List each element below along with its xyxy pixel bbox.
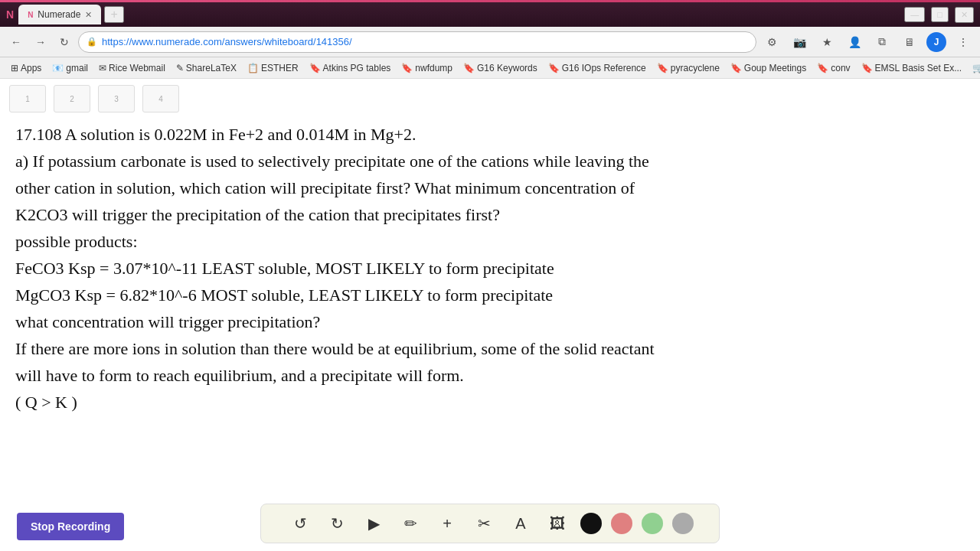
tab-area: N Numerade ✕ + [18,5,124,24]
content-line-6: FeCO3 Ksp = 3.07*10^-11 LEAST soluble, M… [15,256,965,281]
thumbnail-1[interactable]: 1 [9,85,46,112]
content-line-10: will have to form to reach equilibrium, … [15,363,965,388]
content-line-2: a) If potassium carbonate is used to sel… [15,148,965,174]
maximize-button[interactable]: □ [931,7,949,22]
nav-bar: ← → ↻ 🔒 https://www.numerade.com/answers… [0,27,980,57]
camera-button[interactable]: 📷 [789,31,810,53]
thumbnail-3[interactable]: 3 [98,85,135,112]
bookmark-gmail[interactable]: 📧 gmail [47,61,93,75]
address-bar[interactable]: 🔒 https://www.numerade.com/answers/white… [78,31,756,53]
select-tool-button[interactable]: ▶ [360,510,387,537]
bookmark-sharelatex[interactable]: ✎ ShareLaTeX [172,61,241,75]
profile-avatar[interactable]: J [926,32,946,52]
bookmark-emsl[interactable]: 🔖 EMSL Basis Set Ex... [857,61,967,75]
content-line-1: 17.108 A solution is 0.022M in Fe+2 and … [15,122,965,147]
content-line-5: possible products: [15,229,965,254]
bookmark-conv[interactable]: 🔖 conv [812,61,854,75]
bookmark-esther[interactable]: 📋 ESTHER [243,61,303,75]
new-tab-button[interactable]: + [104,6,123,23]
bookmark-amazon[interactable]: 🛒 Amazon [968,61,980,75]
monitor-button[interactable]: 🖥 [899,31,920,53]
refresh-button[interactable]: ↻ [55,33,74,51]
extensions-button[interactable]: ⚙ [761,31,782,53]
browser-logo: N [6,8,14,21]
bookmarks-bar: ⊞ Apps 📧 gmail ✉ Rice Webmail ✎ ShareLaT… [0,57,980,79]
undo-button[interactable]: ↺ [286,510,314,537]
bookmark-atkins[interactable]: 🔖 Atkins PG tables [305,61,396,75]
back-button[interactable]: ← [6,33,26,51]
eraser-button[interactable]: ✂ [470,510,498,537]
drawing-toolbar: ↺ ↻ ▶ ✏ + ✂ A 🖼 [260,504,720,543]
tab-close-button[interactable]: ✕ [85,10,92,20]
color-gray[interactable] [672,513,694,534]
content-line-3: other cation in solution, which cation w… [15,175,965,201]
content-line-11: ( Q > K ) [15,390,965,415]
bookmark-g16-keywords[interactable]: 🔖 G16 Keywords [459,61,542,75]
add-button[interactable]: + [433,510,461,537]
content-line-4: K2CO3 will trigger the precipitation of … [15,202,965,227]
content-line-9: If there are more ions in solution than … [15,336,965,361]
bookmark-rice-webmail[interactable]: ✉ Rice Webmail [94,61,170,75]
lock-icon: 🔒 [87,37,97,47]
tab-favicon: N [28,11,33,19]
close-button[interactable]: ✕ [955,7,974,23]
bookmark-g16-iops[interactable]: 🔖 G16 IOps Reference [544,61,651,75]
tab-label: Numerade [38,9,80,20]
thumbnail-4[interactable]: 4 [142,85,179,112]
pen-tool-button[interactable]: ✏ [397,510,424,537]
bookmark-pyracyclene[interactable]: 🔖 pyracyclene [652,61,724,75]
thumbnail-2[interactable]: 2 [54,85,90,112]
title-bar: N N Numerade ✕ + — □ ✕ [0,2,980,27]
bookmark-button[interactable]: ★ [816,31,838,53]
minimize-button[interactable]: — [904,7,925,22]
content-line-7: MgCO3 Ksp = 6.82*10^-6 MOST soluble, LEA… [15,282,965,308]
title-bar-right: — □ ✕ [904,7,974,23]
url-text: https://www.numerade.com/answers/whitebo… [102,36,748,47]
content-line-8: what concentration will trigger precipit… [15,309,965,334]
browser-tab[interactable]: N Numerade ✕ [18,5,101,24]
extensions2-button[interactable]: ⧉ [871,31,893,53]
page-content: 1 2 3 4 17.108 A solution is 0.022M in F… [0,79,980,551]
image-button[interactable]: 🖼 [544,510,571,537]
thumbnails-row: 1 2 3 4 [0,79,980,119]
color-pink[interactable] [611,513,632,534]
bookmark-apps[interactable]: ⊞ Apps [6,61,46,75]
account-button[interactable]: 👤 [844,31,865,53]
color-green[interactable] [642,513,663,534]
redo-button[interactable]: ↻ [323,510,351,537]
color-black[interactable] [580,513,602,534]
nav-right-buttons: ⚙ 📷 ★ 👤 ⧉ 🖥 J ⋮ [761,31,974,53]
whiteboard-content: 17.108 A solution is 0.022M in Fe+2 and … [0,119,980,478]
browser-window: N N Numerade ✕ + — □ ✕ ← → ↻ 🔒 https://w… [0,0,980,551]
forward-button[interactable]: → [31,33,51,51]
menu-button[interactable]: ⋮ [952,31,974,53]
title-bar-left: N N Numerade ✕ + [6,5,898,24]
bookmark-nwfdump[interactable]: 🔖 nwfdump [397,61,457,75]
text-tool-button[interactable]: A [507,510,534,537]
bookmark-goup[interactable]: 🔖 Goup Meetings [726,61,811,75]
stop-recording-button[interactable]: Stop Recording [17,513,124,540]
